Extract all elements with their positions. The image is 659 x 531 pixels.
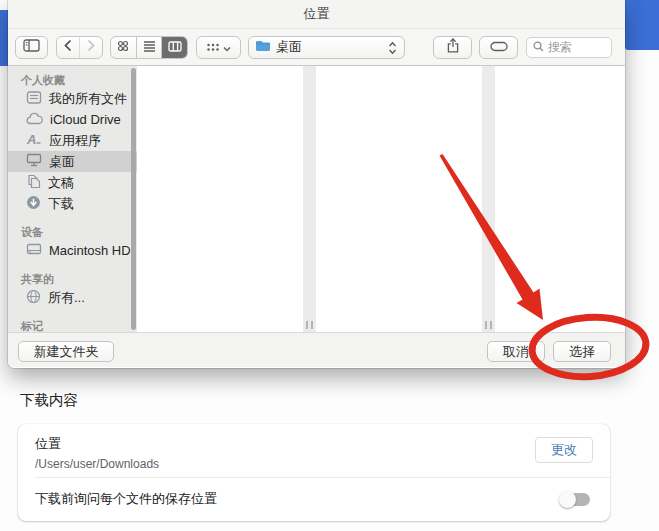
sidebar-toggle-icon xyxy=(23,38,40,56)
sidebar-item-label: Macintosh HD xyxy=(49,243,131,258)
sidebar-item-label: 我的所有文件 xyxy=(49,90,127,108)
group-dots-icon xyxy=(206,38,220,56)
sidebar-item-downloads[interactable]: 下载 xyxy=(8,193,137,214)
cloud-icon xyxy=(26,112,43,128)
ask-before-download-toggle[interactable] xyxy=(562,493,590,506)
location-path: /Users/user/Downloads xyxy=(35,457,593,471)
dialog-title: 位置 xyxy=(304,5,330,23)
view-mode-segmented-control xyxy=(110,36,188,59)
location-dropdown-label: 桌面 xyxy=(276,38,302,56)
sidebar-scrollbar[interactable] xyxy=(131,68,136,330)
sidebar-item-shared-all[interactable]: 所有... xyxy=(8,287,137,308)
sidebar-item-documents[interactable]: 文稿 xyxy=(8,172,137,193)
sidebar-section-tags: 标记 xyxy=(8,318,137,332)
column-browser xyxy=(137,66,625,332)
dialog-body: 个人收藏 我的所有文件 iCloud Drive A 应用程序 桌面 xyxy=(8,66,625,332)
documents-icon xyxy=(26,174,41,192)
list-view-button[interactable] xyxy=(136,37,162,58)
column-view-icon xyxy=(168,38,182,56)
download-settings-card: 位置 /Users/user/Downloads 更改 下载前询问每个文件的保存… xyxy=(18,424,610,521)
back-button[interactable] xyxy=(57,37,80,58)
download-settings-section: 下载内容 位置 /Users/user/Downloads 更改 下载前询问每个… xyxy=(0,375,659,531)
applications-icon: A xyxy=(26,132,42,149)
file-column-1[interactable] xyxy=(137,66,303,332)
sidebar-item-macintosh-hd[interactable]: Macintosh HD xyxy=(8,240,137,261)
search-placeholder: 搜索 xyxy=(548,39,572,56)
section-title: 下载内容 xyxy=(20,391,78,410)
all-files-icon xyxy=(26,90,42,108)
file-picker-dialog: 位置 xyxy=(8,0,625,368)
sidebar-section-devices: 设备 xyxy=(8,224,137,240)
sidebar-toggle-button[interactable] xyxy=(15,36,48,59)
change-location-button[interactable]: 更改 xyxy=(535,437,593,463)
share-button[interactable] xyxy=(433,36,472,59)
list-view-icon xyxy=(143,38,156,56)
svg-text:A: A xyxy=(26,132,36,146)
updown-chevrons-icon xyxy=(388,41,397,59)
dialog-titlebar: 位置 xyxy=(8,0,625,29)
file-column-3[interactable] xyxy=(495,66,625,332)
ask-before-download-label: 下载前询问每个文件的保存位置 xyxy=(35,490,217,508)
sidebar-item-label: 桌面 xyxy=(49,153,75,171)
harddrive-icon xyxy=(26,242,42,259)
sidebar-item-desktop[interactable]: 桌面 xyxy=(8,151,137,172)
sidebar-item-label: 所有... xyxy=(48,289,85,307)
grid-view-icon xyxy=(117,38,129,56)
location-label: 位置 xyxy=(35,435,593,453)
file-column-2[interactable] xyxy=(316,66,482,332)
sidebar: 个人收藏 我的所有文件 iCloud Drive A 应用程序 桌面 xyxy=(8,66,137,332)
column-divider xyxy=(482,66,495,332)
globe-icon xyxy=(26,289,41,307)
screenshot-canvas: 下载内容 位置 /Users/user/Downloads 更改 下载前询问每个… xyxy=(0,0,659,531)
select-button[interactable]: 选择 xyxy=(553,341,611,362)
background-blue-element-right xyxy=(625,0,659,50)
column-divider xyxy=(303,66,316,332)
navigation-buttons xyxy=(56,36,103,59)
chevron-down-icon xyxy=(223,38,231,56)
sidebar-item-label: 应用程序 xyxy=(49,132,101,150)
toggle-knob xyxy=(559,491,576,508)
download-location-row: 位置 /Users/user/Downloads 更改 xyxy=(18,424,610,477)
sidebar-section-shared: 共享的 xyxy=(8,271,137,287)
chevron-right-icon xyxy=(86,38,96,56)
column-resize-handle[interactable] xyxy=(306,321,313,329)
icon-view-button[interactable] xyxy=(111,37,136,58)
search-icon xyxy=(533,38,544,56)
column-view-button[interactable] xyxy=(161,37,187,58)
column-resize-handle[interactable] xyxy=(485,321,492,329)
dialog-footer: 新建文件夹 取消 选择 xyxy=(8,332,625,367)
sidebar-item-label: 文稿 xyxy=(48,174,74,192)
new-folder-button[interactable]: 新建文件夹 xyxy=(18,341,114,362)
search-input[interactable]: 搜索 xyxy=(526,37,612,58)
cancel-button[interactable]: 取消 xyxy=(487,341,545,362)
tag-button[interactable] xyxy=(479,36,518,59)
sidebar-section-favorites: 个人收藏 xyxy=(8,72,137,88)
tag-icon xyxy=(490,38,508,56)
sidebar-item-label: iCloud Drive xyxy=(50,112,121,127)
chevron-left-icon xyxy=(63,38,73,56)
sidebar-item-label: 下载 xyxy=(48,195,74,213)
sidebar-item-icloud-drive[interactable]: iCloud Drive xyxy=(8,109,137,130)
forward-button[interactable] xyxy=(80,37,102,58)
sidebar-item-all-my-files[interactable]: 我的所有文件 xyxy=(8,88,137,109)
ask-before-download-row: 下载前询问每个文件的保存位置 xyxy=(18,478,610,520)
group-by-button[interactable] xyxy=(196,36,241,59)
share-icon xyxy=(446,38,460,57)
dialog-toolbar: 桌面 搜索 xyxy=(8,29,625,66)
location-dropdown[interactable]: 桌面 xyxy=(248,36,405,59)
folder-icon xyxy=(255,38,271,56)
desktop-icon xyxy=(26,153,42,170)
sidebar-item-applications[interactable]: A 应用程序 xyxy=(8,130,137,151)
download-icon xyxy=(26,195,41,213)
